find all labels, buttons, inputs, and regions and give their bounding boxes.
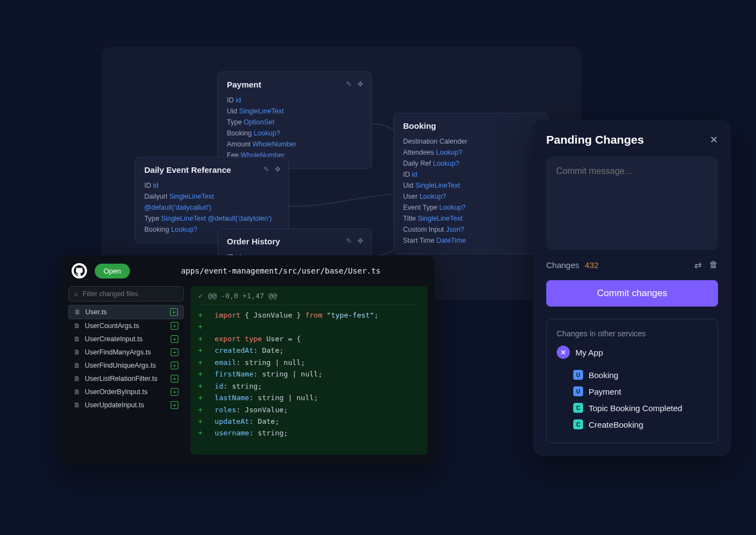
commit-message-box[interactable]	[546, 156, 718, 250]
file-item[interactable]: 🗎UserCountArgs.ts+	[68, 319, 184, 332]
move-icon[interactable]: ✥	[357, 237, 363, 245]
code-block: +import { JsonValue } from "type-fest";+…	[198, 309, 420, 439]
file-item[interactable]: 🗎UserFindManyArgs.ts+	[68, 346, 184, 359]
entity-props: ID idUid SingleLineTextType OptionSetBoo…	[227, 95, 362, 161]
entity-prop: Type OptionSet	[227, 117, 362, 128]
app-name: My App	[575, 348, 603, 357]
close-icon[interactable]: ✕	[710, 134, 718, 146]
file-name: UserFindUniqueArgs.ts	[85, 362, 156, 369]
file-icon: 🗎	[74, 401, 80, 409]
file-name: UserListRelationFilter.ts	[85, 375, 157, 383]
code-line: + username: string;	[198, 427, 420, 439]
move-icon[interactable]: ✥	[275, 165, 281, 173]
service-name: CreateBooking	[589, 420, 643, 429]
entity-card-payment[interactable]: Payment ✎ ✥ ID idUid SingleLineTextType …	[217, 72, 372, 169]
entity-title: Daily Event Referance	[144, 165, 280, 174]
swap-icon[interactable]: ⇄	[694, 260, 701, 270]
added-icon: +	[171, 335, 178, 343]
entity-prop: Dailyurl SingleLineText @default('dailyc…	[144, 191, 280, 213]
commit-message-input[interactable]	[556, 166, 708, 240]
code-line: + roles: JsonValue;	[198, 404, 420, 416]
entity-props: ID idDailyurl SingleLineText @default('d…	[144, 180, 280, 235]
service-name: Payment	[589, 387, 621, 396]
entity-prop: ID id	[227, 95, 362, 106]
added-icon: +	[171, 401, 178, 409]
open-badge: Open	[95, 264, 130, 279]
service-name: Booking	[589, 370, 618, 380]
file-item[interactable]: 🗎User.ts+	[68, 305, 184, 319]
code-line: + email: string | null;	[198, 357, 420, 368]
service-list: UBookingUPaymentCTopic Booking Completed…	[557, 367, 708, 433]
service-name: Topic Booking Completed	[589, 403, 682, 413]
file-icon: 🗎	[74, 322, 80, 330]
code-line: + id: string;	[198, 380, 420, 392]
file-icon: 🗎	[74, 335, 80, 343]
added-icon: +	[171, 322, 178, 330]
status-badge: C	[573, 419, 583, 429]
other-services-box: Changes in other services My App UBookin…	[546, 319, 718, 443]
status-badge: U	[573, 386, 583, 396]
entity-title: Booking	[403, 121, 539, 130]
file-name: User.ts	[85, 308, 107, 316]
entity-card-booking[interactable]: Booking Destination CalenderAttendees Lo…	[394, 113, 548, 254]
entity-actions: ✎ ✥	[346, 237, 363, 245]
code-line: + updateAt: Date;	[198, 416, 420, 427]
file-item[interactable]: 🗎UserFindUniqueArgs.ts+	[68, 359, 184, 372]
entity-prop: User Lookup?	[403, 191, 539, 202]
file-name: UserUpdateInput.ts	[85, 401, 144, 409]
added-icon: +	[171, 388, 178, 396]
app-row[interactable]: My App	[557, 346, 708, 359]
github-sidebar: ⌕ 🗎User.ts+🗎UserCountArgs.ts+🗎UserCreate…	[68, 286, 184, 455]
commit-button[interactable]: Commit changes	[546, 280, 718, 307]
entity-title: Order History	[227, 237, 362, 246]
entity-actions: ✎ ✥	[346, 80, 363, 88]
entity-actions: ✎ ✥	[263, 165, 281, 173]
file-icon: 🗎	[74, 362, 80, 369]
file-name: UserOrderByInput.ts	[85, 388, 148, 396]
file-icon: 🗎	[74, 375, 80, 383]
added-icon: +	[171, 375, 178, 383]
edit-icon[interactable]: ✎	[263, 165, 269, 173]
pending-title: Panding Changes	[546, 133, 644, 146]
code-line: + firstName: string | null;	[198, 368, 420, 380]
check-icon: ✓	[198, 292, 203, 300]
entity-prop: Destination Calender	[403, 136, 539, 147]
service-item[interactable]: UBooking	[557, 367, 708, 383]
github-panel: Open apps/event-management/src/user/base…	[61, 255, 435, 465]
entity-prop: Custom Input Json?	[403, 224, 539, 235]
other-services-title: Changes in other services	[557, 329, 708, 338]
move-icon[interactable]: ✥	[357, 80, 363, 88]
trash-icon[interactable]: 🗑	[709, 260, 718, 270]
entity-prop: Type SingleLineText @default('dailytolen…	[144, 213, 280, 224]
entity-props: Destination CalenderAttendees Lookup?Dai…	[403, 136, 539, 246]
file-item[interactable]: 🗎UserUpdateInput.ts+	[68, 398, 184, 412]
diff-view[interactable]: ✓ @@ -0,0 +1,47 @@ +import { JsonValue }…	[191, 286, 427, 455]
filter-search[interactable]: ⌕	[68, 286, 184, 302]
github-header: Open apps/event-management/src/user/base…	[61, 255, 435, 286]
filter-input[interactable]	[83, 290, 178, 298]
file-icon: 🗎	[74, 388, 80, 396]
file-item[interactable]: 🗎UserListRelationFilter.ts+	[68, 372, 184, 385]
entity-prop: ID id	[144, 180, 280, 191]
service-item[interactable]: CTopic Booking Completed	[557, 400, 708, 416]
changes-count: 432	[585, 260, 599, 270]
file-path: apps/event-management/src/user/base/User…	[138, 266, 424, 275]
entity-prop: Event Type Lookup?	[403, 202, 539, 213]
file-icon: 🗎	[74, 308, 81, 316]
code-line: +	[198, 321, 420, 332]
file-name: UserCountArgs.ts	[85, 322, 139, 330]
entity-prop: Attendees Lookup?	[403, 147, 539, 158]
search-icon: ⌕	[74, 290, 78, 298]
entity-prop: Start Time DateTime	[403, 235, 539, 246]
file-name: UserCreateInput.ts	[85, 335, 143, 343]
app-icon	[557, 346, 570, 359]
file-item[interactable]: 🗎UserOrderByInput.ts+	[68, 385, 184, 398]
changes-label: Changes	[546, 260, 579, 270]
edit-icon[interactable]: ✎	[346, 237, 352, 245]
added-icon: +	[171, 362, 178, 369]
service-item[interactable]: UPayment	[557, 383, 708, 400]
file-item[interactable]: 🗎UserCreateInput.ts+	[68, 332, 184, 346]
edit-icon[interactable]: ✎	[346, 80, 352, 88]
added-icon: +	[171, 348, 178, 356]
service-item[interactable]: CCreateBooking	[557, 416, 708, 433]
